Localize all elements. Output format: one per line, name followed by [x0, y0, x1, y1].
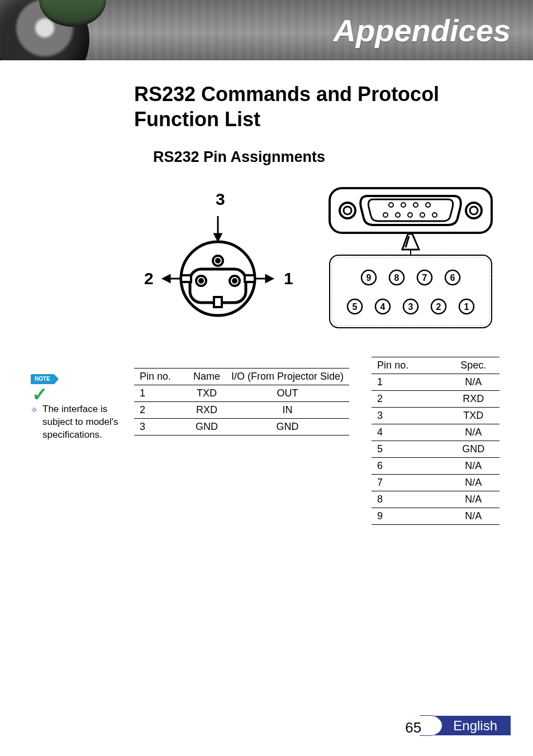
svg-point-14 — [233, 279, 236, 283]
round-connector-diagram: 3 2 1 — [134, 183, 302, 339]
table-row: 8N/A — [372, 491, 499, 508]
t9-h-spec: Spec. — [448, 357, 499, 374]
db9-pin-8: 8 — [394, 273, 399, 283]
table-cell: 1 — [134, 385, 188, 402]
table-row: 4N/A — [372, 424, 499, 441]
table-cell: 2 — [372, 391, 448, 408]
table-cell: N/A — [448, 374, 499, 391]
tables-row: Pin no. Name I/O (From Projector Side) 1… — [134, 357, 499, 525]
db9-pin-5: 5 — [353, 302, 358, 312]
table-cell: N/A — [448, 458, 499, 475]
t3-h-pin: Pin no. — [134, 369, 188, 385]
bullet-icon: ❖ — [31, 403, 38, 442]
svg-rect-16 — [245, 275, 255, 282]
page-number: 65 — [405, 719, 421, 736]
table-cell: N/A — [448, 424, 499, 441]
svg-point-10 — [216, 259, 220, 262]
pin-label-3: 3 — [216, 190, 225, 208]
table-cell: 3 — [372, 408, 448, 424]
t9-h-pin: Pin no. — [372, 357, 448, 374]
table-cell: 1 — [372, 374, 448, 391]
svg-point-21 — [470, 207, 478, 214]
table-cell: 5 — [372, 441, 448, 458]
pin-label-1: 1 — [284, 269, 293, 288]
table-row: 5GND — [372, 441, 499, 458]
db9-pin-3: 3 — [408, 302, 413, 312]
db9-connector-diagram: 9 8 7 6 5 4 3 2 1 — [324, 183, 497, 350]
table-cell: 2 — [134, 402, 188, 419]
table-cell: OUT — [226, 385, 349, 402]
svg-rect-15 — [181, 275, 191, 282]
table-cell: N/A — [448, 491, 499, 508]
t3-h-name: Name — [188, 369, 226, 385]
page-footer: 65 English — [434, 718, 511, 734]
table-cell: GND — [188, 419, 226, 436]
pin-label-2: 2 — [144, 269, 154, 288]
svg-marker-3 — [163, 275, 170, 282]
table-cell: GND — [448, 441, 499, 458]
table-cell: GND — [226, 419, 349, 436]
pin-table-3: Pin no. Name I/O (From Projector Side) 1… — [134, 368, 349, 436]
table-row: 3TXD — [372, 408, 499, 424]
sub-heading: RS232 Pin Assignments — [153, 149, 499, 166]
table-cell: RXD — [448, 391, 499, 408]
table-row: 9N/A — [372, 508, 499, 525]
table-cell: RXD — [188, 402, 226, 419]
svg-marker-5 — [266, 275, 273, 282]
table-row: 1N/A — [372, 374, 499, 391]
check-icon: ✓ — [32, 382, 47, 408]
t3-h-io: I/O (From Projector Side) — [226, 369, 349, 385]
language-label: English — [434, 716, 511, 735]
table-row: 2RXDIN — [134, 402, 349, 419]
table-row: 1TXDOUT — [134, 385, 349, 402]
svg-rect-33 — [332, 257, 489, 326]
table-cell: 6 — [372, 458, 448, 475]
table-row: 7N/A — [372, 475, 499, 491]
table-cell: 7 — [372, 475, 448, 491]
table-cell: 9 — [372, 508, 448, 525]
section-title: Appendices — [334, 12, 511, 49]
db9-pin-1: 1 — [464, 302, 469, 312]
db9-pin-2: 2 — [436, 302, 441, 312]
db9-pin-7: 7 — [422, 273, 427, 283]
svg-rect-8 — [214, 297, 222, 307]
note-text: The interface is subject to model's spec… — [42, 403, 126, 442]
table-cell: N/A — [448, 508, 499, 525]
table-row: 2RXD — [372, 391, 499, 408]
note-icon: NOTE ✓ — [31, 374, 60, 399]
table-cell: TXD — [448, 408, 499, 424]
pin-table-9: Pin no. Spec. 1N/A2RXD3TXD4N/A5GND6N/A7N… — [372, 357, 499, 525]
page-heading: RS232 Commands and Protocol Function Lis… — [134, 82, 499, 132]
note-sidebar: NOTE ✓ ❖ The interface is subject to mod… — [31, 374, 126, 442]
svg-point-19 — [344, 207, 351, 214]
db9-pin-9: 9 — [367, 273, 372, 283]
header-banner: Appendices — [0, 0, 533, 60]
table-cell: 8 — [372, 491, 448, 508]
db9-pin-4: 4 — [380, 302, 386, 312]
table-cell: N/A — [448, 475, 499, 491]
table-cell: 3 — [134, 419, 188, 436]
table-row: 3GNDGND — [134, 419, 349, 436]
table-cell: IN — [226, 402, 349, 419]
table-cell: TXD — [188, 385, 226, 402]
svg-marker-1 — [215, 234, 221, 241]
table-row: 6N/A — [372, 458, 499, 475]
db9-pin-6: 6 — [450, 273, 455, 283]
svg-point-12 — [199, 279, 203, 283]
table-cell: 4 — [372, 424, 448, 441]
diagram-row: 3 2 1 — [134, 183, 499, 350]
